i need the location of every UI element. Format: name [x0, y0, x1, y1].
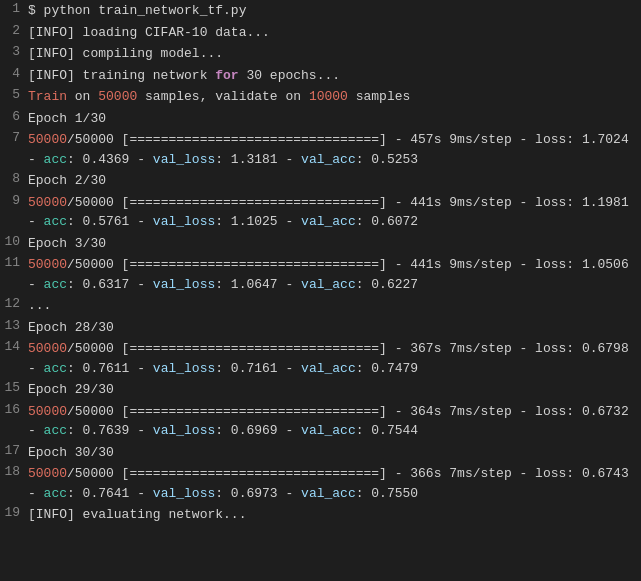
terminal-line: 19[INFO] evaluating network...: [0, 504, 641, 526]
line-content: 50000/50000 [===========================…: [28, 130, 641, 169]
line-content: ...: [28, 296, 641, 316]
line-content: 50000/50000 [===========================…: [28, 464, 641, 503]
line-number: 16: [0, 402, 28, 417]
line-content: $ python train_network_tf.py: [28, 1, 641, 21]
terminal-line: 1450000/50000 [=========================…: [0, 338, 641, 379]
terminal-line: 2[INFO] loading CIFAR-10 data...: [0, 22, 641, 44]
terminal-line: 12...: [0, 295, 641, 317]
line-number: 10: [0, 234, 28, 249]
line-content: Epoch 29/30: [28, 380, 641, 400]
terminal-line: 17Epoch 30/30: [0, 442, 641, 464]
terminal-line: 1650000/50000 [=========================…: [0, 401, 641, 442]
line-content: [INFO] training network for 30 epochs...: [28, 66, 641, 86]
line-content: [INFO] evaluating network...: [28, 505, 641, 525]
line-number: 1: [0, 1, 28, 16]
line-number: 19: [0, 505, 28, 520]
line-number: 9: [0, 193, 28, 208]
line-content: Epoch 2/30: [28, 171, 641, 191]
terminal-line: 950000/50000 [==========================…: [0, 192, 641, 233]
terminal-line: 5Train on 50000 samples, validate on 100…: [0, 86, 641, 108]
line-content: [INFO] compiling model...: [28, 44, 641, 64]
line-number: 14: [0, 339, 28, 354]
line-content: 50000/50000 [===========================…: [28, 255, 641, 294]
line-number: 5: [0, 87, 28, 102]
line-number: 3: [0, 44, 28, 59]
line-content: Epoch 1/30: [28, 109, 641, 129]
line-content: Epoch 28/30: [28, 318, 641, 338]
line-number: 2: [0, 23, 28, 38]
line-number: 13: [0, 318, 28, 333]
line-number: 15: [0, 380, 28, 395]
terminal-line: 6Epoch 1/30: [0, 108, 641, 130]
line-number: 18: [0, 464, 28, 479]
line-content: 50000/50000 [===========================…: [28, 193, 641, 232]
terminal-window: 1$ python train_network_tf.py2[INFO] loa…: [0, 0, 641, 581]
terminal-line: 10Epoch 3/30: [0, 233, 641, 255]
line-number: 6: [0, 109, 28, 124]
line-number: 7: [0, 130, 28, 145]
terminal-line: 1150000/50000 [=========================…: [0, 254, 641, 295]
terminal-line: 13Epoch 28/30: [0, 317, 641, 339]
line-number: 8: [0, 171, 28, 186]
terminal-line: 4[INFO] training network for 30 epochs..…: [0, 65, 641, 87]
line-content: Train on 50000 samples, validate on 1000…: [28, 87, 641, 107]
line-content: Epoch 30/30: [28, 443, 641, 463]
terminal-line: 1$ python train_network_tf.py: [0, 0, 641, 22]
terminal-line: 750000/50000 [==========================…: [0, 129, 641, 170]
line-number: 17: [0, 443, 28, 458]
terminal-line: 8Epoch 2/30: [0, 170, 641, 192]
line-content: 50000/50000 [===========================…: [28, 339, 641, 378]
line-content: [INFO] loading CIFAR-10 data...: [28, 23, 641, 43]
terminal-line: 3[INFO] compiling model...: [0, 43, 641, 65]
terminal-line: 15Epoch 29/30: [0, 379, 641, 401]
line-number: 12: [0, 296, 28, 311]
line-content: 50000/50000 [===========================…: [28, 402, 641, 441]
line-content: Epoch 3/30: [28, 234, 641, 254]
line-number: 11: [0, 255, 28, 270]
terminal-line: 1850000/50000 [=========================…: [0, 463, 641, 504]
line-number: 4: [0, 66, 28, 81]
